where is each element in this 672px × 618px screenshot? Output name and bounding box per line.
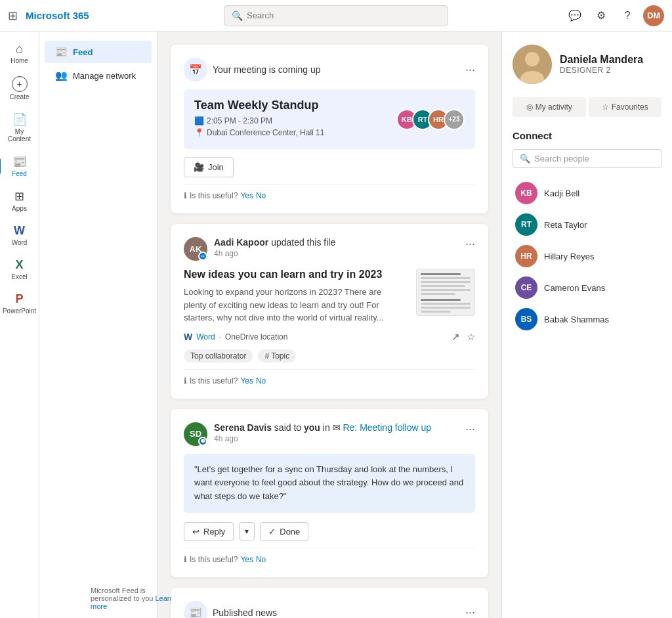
person-name: Babak Shammas	[544, 315, 609, 324]
yes-link[interactable]: Yes	[240, 191, 253, 200]
person-item[interactable]: CE Cameron Evans	[513, 272, 662, 303]
person-item[interactable]: HR Hillary Reyes	[513, 240, 662, 272]
search-icon: 🔍	[232, 11, 243, 21]
create-icon: +	[12, 76, 28, 92]
word-icon-small: W	[184, 332, 192, 342]
apps-icon: ⊞	[14, 189, 24, 204]
nav-item-word[interactable]: W Word	[3, 219, 37, 252]
tag-collaborator[interactable]: Top collaborator	[184, 349, 253, 363]
reply-dropdown-btn[interactable]: ▾	[239, 522, 255, 541]
yes-link2[interactable]: Yes	[240, 376, 253, 386]
file-card-header: AK ✏ Aadi Kapoor updated this file 4h ag…	[184, 237, 475, 261]
person-item[interactable]: RT Reta Taylor	[513, 209, 662, 240]
file-source-row: W Word · OneDrive location ↗ ☆	[184, 331, 475, 343]
source-word-link[interactable]: Word	[196, 332, 215, 342]
meeting-banner: Team Weekly Standup 🟦 2:05 PM - 2:30 PM …	[184, 89, 475, 149]
sidebar-feed-label: Feed	[73, 47, 93, 57]
my-content-icon: 📄	[12, 112, 27, 127]
sidebar-item-manage-network[interactable]: 👥 Manage network	[45, 64, 152, 87]
no-link3[interactable]: No	[256, 555, 266, 564]
news-icon: 📰	[184, 601, 207, 618]
settings-icon-btn[interactable]: ⚙	[591, 5, 612, 26]
nav-item-feed[interactable]: 📰 Feed	[3, 149, 37, 183]
person-name: Hillary Reyes	[544, 252, 595, 261]
nav-label-feed: Feed	[12, 170, 27, 177]
nav-label-word: Word	[12, 239, 28, 246]
file-more-btn[interactable]: ···	[465, 237, 475, 251]
file-update-card: AK ✏ Aadi Kapoor updated this file 4h ag…	[171, 224, 488, 399]
search-input[interactable]	[247, 11, 440, 20]
join-button[interactable]: 🎥 Join	[184, 157, 234, 177]
file-card-body: New ideas you can learn and try in 2023 …	[184, 269, 475, 324]
nav-item-apps[interactable]: ⊞ Apps	[3, 184, 37, 217]
file-action-icons: ↗ ☆	[452, 331, 475, 343]
nav-item-my-content[interactable]: 📄 My Content	[3, 107, 37, 148]
message-time: 4h ago	[214, 434, 431, 443]
file-useful-row: ℹ Is this useful? Yes No	[184, 369, 475, 386]
help-icon-btn[interactable]: ?	[617, 5, 638, 26]
author-info: Aadi Kapoor updated this file 4h ago	[214, 237, 335, 258]
file-time: 4h ago	[214, 249, 335, 258]
sidebar-network-icon: 👥	[55, 70, 68, 81]
nav-label-apps: Apps	[12, 205, 27, 212]
useful-label3: Is this useful?	[190, 555, 238, 564]
no-link[interactable]: No	[256, 191, 266, 200]
no-link2[interactable]: No	[256, 376, 266, 386]
author-name: Aadi Kapoor updated this file	[214, 237, 335, 248]
done-button[interactable]: ✓ Done	[260, 522, 308, 541]
star-icon[interactable]: ☆	[467, 331, 475, 343]
useful-label: Is this useful?	[190, 191, 238, 200]
profile-role: DESIGNER 2	[560, 66, 643, 75]
join-icon: 🎥	[194, 162, 204, 172]
tab-my-activity[interactable]: ◎ My activity	[513, 97, 586, 117]
meeting-location: 📍 Dubai Conference Center, Hall 11	[194, 128, 324, 137]
feed-icon: 📰	[12, 154, 27, 169]
useful-icon: ℹ	[184, 191, 187, 200]
sidebar-item-feed[interactable]: 📰 Feed	[45, 41, 152, 63]
tag-topic[interactable]: # Topic	[258, 349, 296, 363]
word-icon: W	[14, 224, 25, 238]
tab-activity-label: My activity	[536, 102, 572, 112]
favourites-icon: ☆	[602, 102, 609, 112]
tab-favourites[interactable]: ☆ Favourites	[589, 97, 662, 117]
author-avatar-wrap: AK ✏	[184, 237, 207, 261]
person-item[interactable]: BS Babak Shammas	[513, 303, 662, 335]
done-icon: ✓	[268, 527, 276, 537]
people-search-box[interactable]: 🔍	[513, 149, 662, 168]
connect-heading: Connect	[513, 130, 662, 141]
sender-info: Serena Davis said to you in ✉ Re: Meetin…	[214, 422, 431, 443]
news-more-btn[interactable]: ···	[465, 606, 475, 618]
sidebar-feed-icon: 📰	[55, 46, 68, 58]
left-nav: ⌂ Home + Create 📄 My Content 📰 Feed ⊞ Ap…	[0, 32, 39, 618]
source-location: OneDrive location	[225, 332, 287, 342]
edit-badge: ✏	[198, 252, 207, 261]
share-icon[interactable]: ↗	[452, 331, 460, 343]
brand-label: Microsoft 365	[26, 10, 89, 21]
reply-button[interactable]: ↩ Reply	[184, 522, 234, 541]
nav-item-home[interactable]: ⌂ Home	[3, 37, 37, 70]
nav-item-powerpoint[interactable]: P PowerPoint	[3, 287, 37, 320]
people-search-input[interactable]	[534, 154, 654, 164]
message-useful-row: ℹ Is this useful? Yes No	[184, 548, 475, 564]
meeting-card: 📅 Your meeting is coming up ··· Team Wee…	[171, 45, 488, 213]
nav-label-my-content: My Content	[7, 128, 33, 143]
done-label: Done	[280, 527, 300, 537]
meeting-more-btn[interactable]: ···	[465, 63, 475, 77]
grid-icon[interactable]: ⊞	[8, 9, 18, 23]
message-more-btn[interactable]: ···	[465, 422, 475, 436]
message-card-header: SD 💬 Serena Davis said to you in ✉ Re: M…	[184, 422, 475, 446]
nav-item-create[interactable]: + Create	[3, 71, 37, 106]
teams-icon: 🟦	[194, 116, 204, 125]
global-search[interactable]: 🔍	[224, 5, 448, 26]
meeting-icon: 📅	[184, 58, 207, 81]
nav-label-powerpoint: PowerPoint	[3, 307, 36, 315]
chat-icon-btn[interactable]: 💬	[564, 5, 585, 26]
person-item[interactable]: KB Kadji Bell	[513, 177, 662, 209]
nav-label-excel: Excel	[11, 273, 27, 280]
yes-link3[interactable]: Yes	[240, 555, 253, 564]
connect-section: Connect 🔍 KB Kadji Bell RT Reta Taylor H…	[513, 130, 662, 335]
useful-icon3: ℹ	[184, 555, 187, 564]
user-avatar-btn[interactable]: DM	[643, 5, 664, 26]
nav-item-excel[interactable]: X Excel	[3, 253, 37, 286]
news-card-header: 📰 Published news ···	[184, 601, 475, 618]
